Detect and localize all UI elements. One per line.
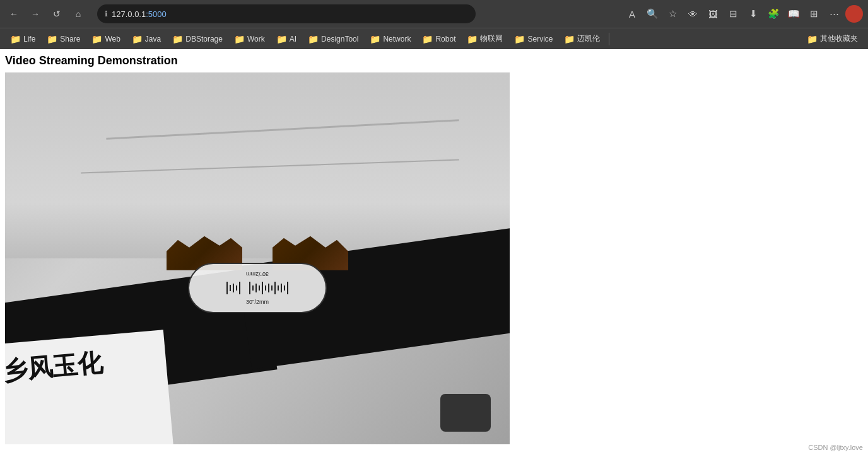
tick [268,284,269,292]
bookmark-share[interactable]: 📁 Share [42,32,85,46]
bookmark-ai[interactable]: 📁 AI [271,32,302,46]
back-button[interactable]: ← [5,5,23,23]
page-title: Video Streaming Demonstration [0,49,868,72]
downloads-icon[interactable]: ⬇ [744,5,762,23]
bookmark-label: Work [247,35,265,43]
bookmark-java[interactable]: 📁 Java [127,32,166,46]
page-content: Video Streaming Demonstration 30''/2mm [0,49,868,455]
folder-icon: 📁 [807,34,818,44]
browser-window: ← → ↺ ⌂ ℹ 127.0.0.1:5000 A 🔍 ☆ 👁 🖼 ⊟ ⬇ 🧩… [0,0,868,455]
bookmark-label: AI [290,35,296,43]
video-stream: 30''/2mm [5,72,510,444]
bookmark-label: Robot [435,35,455,43]
tick [284,285,285,291]
tick [287,282,288,294]
bookmark-web[interactable]: 📁 Web [86,32,125,46]
bookmark-label: Service [527,35,553,43]
bookmark-maikailun[interactable]: 📁 迈凯伦 [559,32,605,46]
extensions-icon[interactable]: 🧩 [765,5,782,23]
favorites-icon[interactable]: ☆ [664,5,681,23]
bookmarks-bar: 📁 Life 📁 Share 📁 Web 📁 Java 📁 DBStorage … [0,28,868,49]
ruler-bottom-label: 30''/2mm [246,299,269,305]
folder-icon: 📁 [308,34,319,44]
translate-icon[interactable]: A [623,5,641,23]
home-button[interactable]: ⌂ [69,5,87,23]
bookmark-label: DBStorage [185,35,223,43]
tick [236,285,237,291]
refresh-button[interactable]: ↺ [48,5,66,23]
tick [239,282,240,294]
watermark: CSDN @ljtxy.love [808,444,863,451]
folder-icon: 📁 [234,34,245,44]
bookmark-robot[interactable]: 📁 Robot [417,32,460,46]
browser-icon1[interactable]: 👁 [684,5,701,23]
bookmark-label: 物联网 [480,33,503,44]
tick [271,285,273,291]
forward-button[interactable]: → [26,5,44,23]
nav-buttons: ← → ↺ ⌂ [5,5,87,23]
folder-icon: 📁 [467,34,478,44]
bookmark-network[interactable]: 📁 Network [365,32,416,46]
paper-chinese-text: 乡风玉化 [5,348,104,387]
tick [230,285,231,291]
tick [278,285,279,291]
bookmark-label: Share [60,35,80,43]
folder-icon: 📁 [47,34,57,44]
bookmark-label: 迈凯伦 [577,33,600,44]
folder-icon: 📁 [422,34,433,44]
tick [262,282,263,294]
reading-list-icon[interactable]: 📖 [785,5,802,23]
folder-icon: 📁 [370,34,380,44]
bookmark-label: DesignTool [321,35,358,43]
ceiling-background [5,72,510,258]
folder-icon: 📁 [276,34,287,44]
tick [255,284,257,292]
tick [281,284,282,292]
bookmark-label: Java [145,35,161,43]
more-options-icon[interactable]: ⋯ [825,5,843,23]
folder-icon: 📁 [91,34,102,44]
tick [265,285,266,291]
zoom-out-icon[interactable]: 🔍 [643,5,661,23]
other-bookmarks-label: 其他收藏夹 [820,33,858,44]
browser-icon2[interactable]: 🖼 [704,5,722,23]
bookmark-iot[interactable]: 📁 物联网 [462,32,508,46]
bookmark-work[interactable]: 📁 Work [229,32,270,46]
address-bar[interactable]: ℹ 127.0.0.1:5000 [97,4,476,23]
bookmark-life[interactable]: 📁 Life [5,32,40,46]
tick [274,282,276,294]
folder-icon: 📁 [514,34,525,44]
tick [226,282,228,294]
toolbar-icons: A 🔍 ☆ 👁 🖼 ⊟ ⬇ 🧩 📖 ⊞ ⋯ [623,5,863,23]
bookmark-label: Web [105,35,120,43]
folder-icon: 📁 [172,34,183,44]
dark-object [440,394,491,432]
bookmark-label: Life [23,35,35,43]
bookmark-dbstorage[interactable]: 📁 DBStorage [167,32,228,46]
tick [233,284,234,292]
tick [249,282,250,294]
ruler-top-label: 30''/2mm [246,271,269,277]
ruler-card: 30''/2mm [188,263,327,313]
bookmark-designtool[interactable]: 📁 DesignTool [303,32,363,46]
split-view-icon[interactable]: ⊟ [724,5,742,23]
bookmarks-divider [609,33,609,45]
paper-document: 乡风玉化 [5,330,174,444]
tick [259,285,260,291]
tick [252,285,254,291]
bookmark-service[interactable]: 📁 Service [509,32,558,46]
top-bar: ← → ↺ ⌂ ℹ 127.0.0.1:5000 A 🔍 ☆ 👁 🖼 ⊟ ⬇ 🧩… [0,0,868,28]
folder-icon: 📁 [132,34,143,44]
security-info-icon: ℹ [105,9,108,18]
folder-icon: 📁 [564,34,575,44]
camera-frame: 30''/2mm [5,72,510,444]
collections-icon[interactable]: ⊞ [805,5,823,23]
other-bookmarks[interactable]: 📁 其他收藏夹 [802,32,863,46]
ruler-ticks [226,279,288,297]
folder-icon: 📁 [10,34,21,44]
address-text: 127.0.0.1:5000 [112,9,167,19]
user-avatar[interactable] [845,5,863,23]
bookmark-label: Network [383,35,411,43]
